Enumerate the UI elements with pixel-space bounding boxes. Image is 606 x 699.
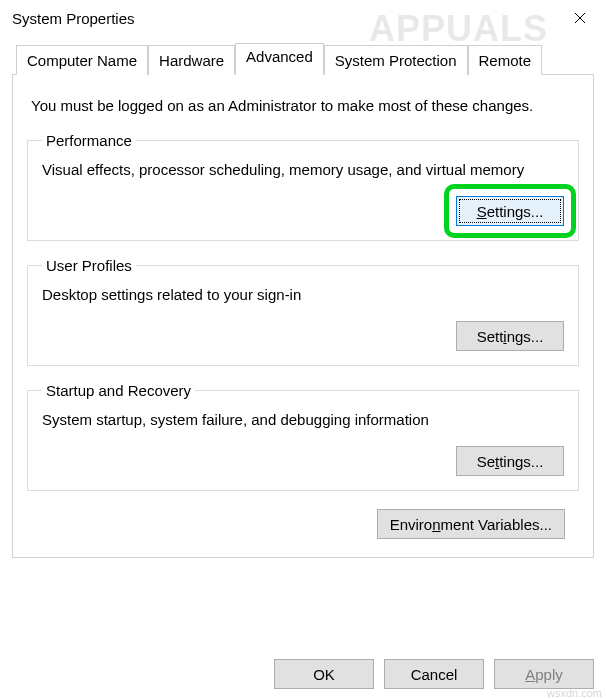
tab-system-protection[interactable]: System Protection — [324, 45, 468, 75]
window-title: System Properties — [12, 10, 135, 27]
titlebar: System Properties — [0, 0, 606, 36]
dialog-button-row: OK Cancel Apply — [274, 659, 594, 689]
window-content: Computer Name Hardware Advanced System P… — [0, 44, 606, 558]
user-profiles-settings-button[interactable]: Settings... — [456, 321, 564, 351]
close-button[interactable] — [557, 3, 602, 33]
apply-button[interactable]: Apply — [494, 659, 594, 689]
tab-computer-name[interactable]: Computer Name — [16, 45, 148, 75]
group-startup-recovery-desc: System startup, system failure, and debu… — [42, 411, 564, 428]
close-icon — [574, 12, 586, 24]
ok-button[interactable]: OK — [274, 659, 374, 689]
environment-variables-button[interactable]: Environment Variables... — [377, 509, 565, 539]
admin-notice: You must be logged on as an Administrato… — [31, 97, 579, 114]
tab-strip: Computer Name Hardware Advanced System P… — [12, 44, 594, 75]
group-user-profiles: User Profiles Desktop settings related t… — [27, 257, 579, 366]
group-startup-recovery-legend: Startup and Recovery — [42, 382, 195, 399]
tab-remote[interactable]: Remote — [468, 45, 543, 75]
performance-settings-button[interactable]: Settings... — [456, 196, 564, 226]
group-user-profiles-desc: Desktop settings related to your sign-in — [42, 286, 564, 303]
tab-hardware[interactable]: Hardware — [148, 45, 235, 75]
cancel-button[interactable]: Cancel — [384, 659, 484, 689]
group-performance-legend: Performance — [42, 132, 136, 149]
startup-recovery-settings-button[interactable]: Settings... — [456, 446, 564, 476]
group-startup-recovery: Startup and Recovery System startup, sys… — [27, 382, 579, 491]
system-properties-window: System Properties APPUALS Computer Name … — [0, 0, 606, 699]
tab-panel-advanced: You must be logged on as an Administrato… — [12, 75, 594, 558]
group-performance-desc: Visual effects, processor scheduling, me… — [42, 161, 564, 178]
group-performance: Performance Visual effects, processor sc… — [27, 132, 579, 241]
tab-advanced[interactable]: Advanced — [235, 43, 324, 75]
group-user-profiles-legend: User Profiles — [42, 257, 136, 274]
